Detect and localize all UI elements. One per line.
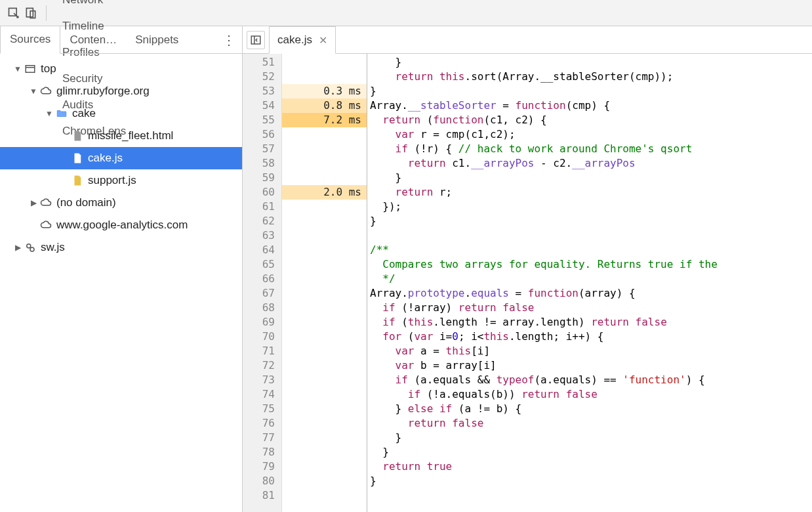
svg-point-5	[27, 244, 31, 248]
tree-file-js-selected[interactable]: cake.js	[0, 147, 242, 169]
close-icon[interactable]: ✕	[319, 34, 327, 47]
svg-rect-1	[26, 8, 33, 16]
tree-domain[interactable]: ▼ glimr.rubyforge.org	[0, 80, 242, 102]
code-editor[interactable]: 5152535455565758596061626364656667686970…	[243, 54, 812, 512]
editor-panel: cake.js ✕ 515253545556575859606162636465…	[243, 26, 812, 512]
file-tree: ▼ top ▼ glimr.rubyforge.org ▼ cake missi…	[0, 54, 242, 263]
editor-tab-label: cake.js	[277, 33, 312, 47]
tree-file-html[interactable]: missile_fleet.html	[0, 125, 242, 147]
svg-rect-3	[26, 66, 35, 73]
editor-tab[interactable]: cake.js ✕	[269, 26, 336, 54]
tree-label: glimr.rubyforge.org	[56, 85, 150, 98]
tree-top[interactable]: ▼ top	[0, 58, 242, 80]
device-toggle-icon[interactable]	[22, 5, 39, 22]
folder-icon	[55, 107, 68, 120]
gear-icon	[24, 241, 37, 254]
toggle-navigator-icon[interactable]	[247, 31, 265, 49]
tree-file-js[interactable]: support.js	[0, 169, 242, 192]
timing-column: 0.3 ms0.8 ms7.2 ms2.0 ms	[282, 54, 367, 512]
tree-service-worker[interactable]: ▶ sw.js	[0, 236, 242, 259]
more-icon[interactable]: ⋮	[222, 32, 235, 48]
tree-label: (no domain)	[56, 196, 116, 209]
tree-label: cake.js	[88, 152, 123, 165]
navigator-tabs: SourcesConten…Snippets ⋮	[0, 26, 242, 54]
tree-folder[interactable]: ▼ cake	[0, 102, 242, 125]
tree-label: missile_fleet.html	[88, 129, 173, 142]
file-icon	[71, 129, 84, 142]
frame-icon	[24, 62, 37, 75]
svg-point-6	[30, 247, 34, 251]
inspect-icon[interactable]	[5, 5, 22, 22]
tree-label: support.js	[88, 174, 136, 187]
tree-label: top	[41, 62, 56, 75]
tree-label: www.google-analytics.com	[56, 219, 188, 232]
cloud-icon	[39, 85, 52, 98]
navigator-tab[interactable]: Conten…	[60, 26, 126, 54]
cloud-icon	[39, 196, 52, 209]
cloud-icon	[39, 219, 52, 232]
navigator-panel: SourcesConten…Snippets ⋮ ▼ top ▼ glimr.r…	[0, 26, 243, 512]
tree-label: cake	[72, 107, 96, 120]
tree-domain[interactable]: www.google-analytics.com	[0, 214, 242, 236]
top-tab-network[interactable]: Network	[53, 0, 135, 13]
file-icon	[71, 174, 84, 187]
line-gutter: 5152535455565758596061626364656667686970…	[243, 54, 282, 512]
tree-label: sw.js	[41, 241, 65, 254]
tree-domain[interactable]: ▶ (no domain)	[0, 192, 242, 214]
separator	[46, 5, 47, 21]
navigator-tab[interactable]: Snippets	[126, 26, 188, 54]
devtools-top-tabs: ElementsConsoleSourcesApplicationNetwork…	[0, 0, 812, 26]
file-icon	[71, 152, 84, 165]
code-content[interactable]: } return this.sort(Array.__stableSorter(…	[367, 54, 812, 512]
editor-tabs: cake.js ✕	[243, 26, 812, 54]
navigator-tab[interactable]: Sources	[0, 26, 60, 54]
